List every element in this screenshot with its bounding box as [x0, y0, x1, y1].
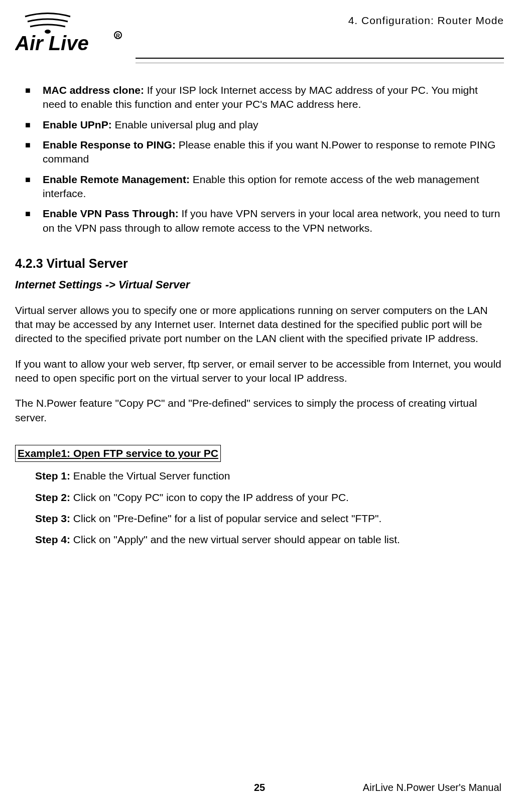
page-header: Air Live R 4. Configuration: Router Mode	[15, 13, 504, 55]
feature-list: MAC address clone: If your ISP lock Inte…	[15, 83, 504, 235]
svg-text:R: R	[116, 33, 120, 39]
manual-title: AirLive N.Power User's Manual	[363, 781, 501, 794]
page-content: MAC address clone: If your ISP lock Inte…	[15, 83, 504, 781]
list-item: Enable VPN Pass Through: If you have VPN…	[15, 207, 504, 235]
step-label: Step 3:	[35, 513, 70, 524]
step-label: Step 2:	[35, 492, 70, 503]
step-text: Click on "Apply" and the new virtual ser…	[70, 534, 400, 545]
step-text: Click on "Pre-Define" for a list of popu…	[70, 513, 381, 524]
section-heading: 4.2.3 Virtual Server	[15, 255, 504, 272]
step-item: Step 2: Click on "Copy PC" icon to copy …	[35, 491, 504, 505]
svg-text:Air Live: Air Live	[15, 32, 89, 54]
item-label: Enable Response to PING:	[43, 139, 176, 150]
airlive-logo: Air Live R	[15, 13, 131, 55]
step-item: Step 1: Enable the Virtual Server functi…	[35, 469, 504, 483]
page-footer: 25 AirLive N.Power User's Manual	[15, 781, 504, 797]
item-label: MAC address clone:	[43, 84, 144, 96]
step-label: Step 1:	[35, 470, 70, 481]
header-divider	[136, 58, 504, 59]
breadcrumb: Internet Settings -> Virtual Server	[15, 277, 504, 292]
item-label: Enable UPnP:	[43, 119, 112, 130]
steps-list: Step 1: Enable the Virtual Server functi…	[15, 469, 504, 547]
step-item: Step 3: Click on "Pre-Define" for a list…	[35, 512, 504, 526]
list-item: MAC address clone: If your ISP lock Inte…	[15, 83, 504, 112]
item-text: Enable universal plug and play	[112, 119, 258, 130]
step-text: Click on "Copy PC" icon to copy the IP a…	[70, 492, 349, 503]
list-item: Enable Remote Management: Enable this op…	[15, 173, 504, 201]
step-item: Step 4: Click on "Apply" and the new vir…	[35, 533, 504, 547]
chapter-title: 4. Configuration: Router Mode	[348, 14, 504, 28]
list-item: Enable UPnP: Enable universal plug and p…	[15, 118, 504, 132]
header-subdivider	[136, 63, 504, 63]
example-title: Example1: Open FTP service to your PC	[15, 445, 221, 462]
paragraph: Virtual server allows you to specify one…	[15, 303, 504, 346]
step-text: Enable the Virtual Server function	[70, 470, 230, 481]
item-label: Enable VPN Pass Through:	[43, 208, 179, 219]
step-label: Step 4:	[35, 534, 70, 545]
paragraph: If you want to allow your web server, ft…	[15, 357, 504, 386]
page-number: 25	[254, 781, 265, 794]
list-item: Enable Response to PING: Please enable t…	[15, 138, 504, 167]
paragraph: The N.Power feature "Copy PC" and "Pre-d…	[15, 396, 504, 425]
item-label: Enable Remote Management:	[43, 174, 190, 185]
